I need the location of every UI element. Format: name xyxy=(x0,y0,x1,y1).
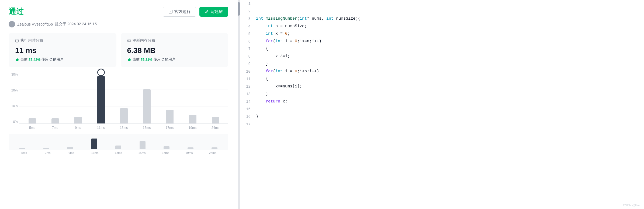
mini-chart-wrapper: 5ms 7ms 9ms 11ms 13ms 15ms 17ms 19ms 24m… xyxy=(9,134,228,154)
time-sub: 击败 87.42% 使用 C 的用户 xyxy=(15,57,110,62)
edit-icon xyxy=(205,9,209,14)
code-line-5: 5 int x = 0; xyxy=(240,30,644,38)
fire-icon xyxy=(15,57,19,62)
bar-15ms xyxy=(136,73,157,123)
code-line-3: 3 int missingNumber(int* nums, int numsS… xyxy=(240,15,644,23)
bars-row xyxy=(19,73,228,123)
time-distribution-chart: 30% 20% 10% 0% xyxy=(9,73,228,132)
code-line-7: 7 { xyxy=(240,45,644,53)
code-line-15: 15 xyxy=(240,105,644,113)
memory-beat-pct: 75.31% xyxy=(141,58,153,62)
code-line-8: 8 x ^=i; xyxy=(240,53,644,60)
code-line-17: 17 xyxy=(240,121,644,128)
book-icon xyxy=(168,9,173,14)
code-line-16: 16 } xyxy=(240,113,644,121)
watermark: CSDN @llim xyxy=(623,204,640,207)
chart-y-labels: 30% 20% 10% 0% xyxy=(9,73,19,124)
btn-group: 官方题解 写题解 xyxy=(163,7,228,17)
svg-rect-0 xyxy=(169,10,172,13)
stats-row: 执行用时分布 11 ms 击败 87.42% 使用 C 的用户 xyxy=(9,33,228,67)
code-line-11: 11 { xyxy=(240,75,644,83)
code-editor[interactable]: 1 2 3 int missingNumber(int* nums, int n… xyxy=(240,0,644,209)
header-row: 通过 官方题解 写题解 xyxy=(9,6,228,17)
bar-5ms xyxy=(22,73,43,123)
clock-icon xyxy=(15,39,19,42)
code-line-4: 4 int n = numsSize; xyxy=(240,23,644,30)
bar-19ms xyxy=(182,73,203,123)
memory-icon xyxy=(127,39,131,42)
time-value: 11 ms xyxy=(15,46,110,55)
user-name: Zealous VVescoffq6p xyxy=(17,22,53,26)
fire-icon-2 xyxy=(127,57,131,62)
user-row: Zealous VVescoffq6p 提交于 2024.02.24 16:15 xyxy=(9,21,228,27)
memory-card-title: 消耗内存分布 xyxy=(127,38,222,43)
mini-labels: 5ms 7ms 9ms 11ms 13ms 15ms 17ms 19ms 24m… xyxy=(9,151,228,154)
left-scrollbar[interactable] xyxy=(238,0,240,209)
time-card-title: 执行用时分布 xyxy=(15,38,110,43)
bar-24ms xyxy=(205,73,226,123)
code-line-9: 9 } xyxy=(240,60,644,68)
pass-label: 通过 xyxy=(9,6,24,17)
code-line-1: 1 xyxy=(240,0,644,8)
code-line-13: 13 } xyxy=(240,90,644,98)
memory-card: 消耗内存分布 6.38 MB 击败 75.31% 使用 C 的用户 xyxy=(121,33,228,67)
memory-sub: 击败 75.31% 使用 C 的用户 xyxy=(127,57,222,62)
avatar xyxy=(9,21,15,27)
write-solution-button[interactable]: 写题解 xyxy=(199,7,228,17)
official-solution-button[interactable]: 官方题解 xyxy=(163,7,196,17)
time-beat-pct: 87.42% xyxy=(29,58,40,62)
left-panel: 通过 官方题解 写题解 xyxy=(0,0,237,209)
bar-11ms xyxy=(90,73,112,123)
time-card: 执行用时分布 11 ms 击败 87.42% 使用 C 的用户 xyxy=(9,33,116,67)
code-line-2: 2 xyxy=(240,8,644,15)
mini-chart xyxy=(9,134,228,150)
bar-9ms xyxy=(67,73,89,123)
svg-line-5 xyxy=(17,41,18,41)
submit-text: 提交于 2024.02.24 16:15 xyxy=(55,22,97,27)
left-scrollbar-thumb xyxy=(238,2,240,16)
code-line-12: 12 x^=nums[i]; xyxy=(240,83,644,90)
right-panel: 1 2 3 int missingNumber(int* nums, int n… xyxy=(240,0,644,209)
bar-7ms xyxy=(44,73,66,123)
memory-value: 6.38 MB xyxy=(127,46,222,55)
code-line-10: 10 for(int i = 0;i<n;i++) xyxy=(240,68,644,75)
code-line-14: 14 return x; xyxy=(240,98,644,105)
bar-17ms xyxy=(159,73,180,123)
bar-13ms xyxy=(113,73,134,123)
chart-area xyxy=(19,73,228,124)
active-marker xyxy=(97,69,105,76)
code-line-6: 6 for(int i = 0;i<=n;i++) xyxy=(240,38,644,45)
chart-x-labels: 5ms 7ms 9ms 11ms 13ms 15ms 17ms 19ms 24m… xyxy=(19,124,228,132)
